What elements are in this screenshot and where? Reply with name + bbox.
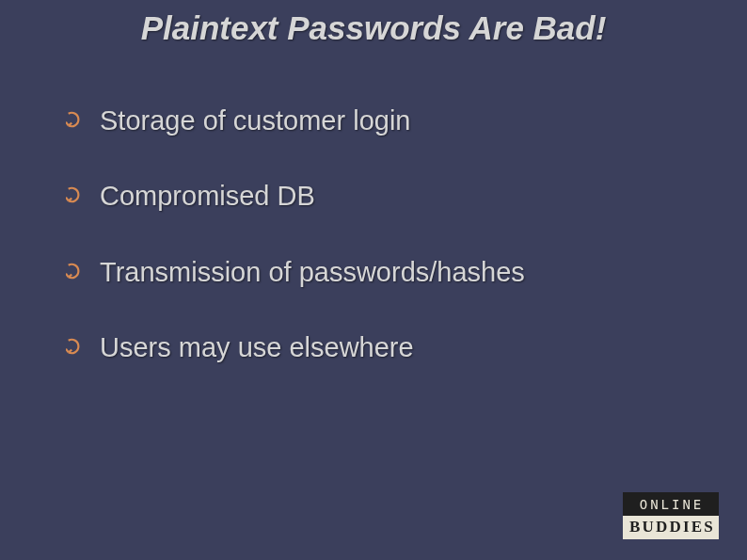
bullet-arrow-icon bbox=[66, 338, 83, 355]
list-item: Transmission of passwords/hashes bbox=[66, 255, 691, 289]
bullet-arrow-icon bbox=[66, 263, 83, 280]
bullet-arrow-icon bbox=[66, 186, 83, 203]
list-item: Storage of customer login bbox=[66, 104, 691, 137]
list-item: Users may use elsewhere bbox=[66, 330, 691, 364]
bullet-text: Users may use elsewhere bbox=[100, 330, 414, 364]
bullet-text: Transmission of passwords/hashes bbox=[100, 255, 525, 289]
bullet-text: Compromised DB bbox=[100, 179, 315, 213]
slide-title: Plaintext Passwords Are Bad! bbox=[0, 9, 747, 47]
list-item: Compromised DB bbox=[66, 179, 691, 213]
logo-bottom-text: BUDDIES bbox=[623, 516, 719, 539]
bullet-list: Storage of customer login Compromised DB… bbox=[66, 104, 691, 406]
logo: ONLINE BUDDIES bbox=[623, 492, 719, 539]
slide: Plaintext Passwords Are Bad! Storage of … bbox=[0, 0, 747, 560]
bullet-arrow-icon bbox=[66, 111, 83, 128]
logo-top-text: ONLINE bbox=[623, 492, 719, 516]
bullet-text: Storage of customer login bbox=[100, 104, 410, 137]
